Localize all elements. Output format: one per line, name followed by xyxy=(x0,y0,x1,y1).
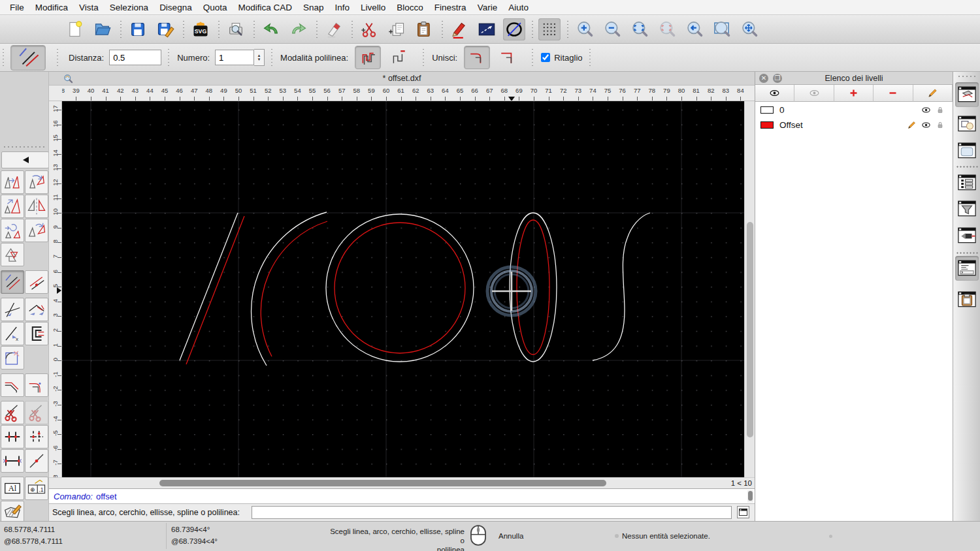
document-tab-bar[interactable]: * offset.dxf xyxy=(49,72,755,86)
redo-button[interactable] xyxy=(287,18,310,40)
zoom-in-button[interactable] xyxy=(574,18,596,40)
clip-gap-tool[interactable] xyxy=(25,322,48,345)
distance-input[interactable] xyxy=(109,50,161,65)
cut-button[interactable] xyxy=(358,18,380,40)
menu-info[interactable]: Info xyxy=(331,3,357,12)
menu-aiuto[interactable]: Aiuto xyxy=(504,3,536,12)
menu-disegna[interactable]: Disegna xyxy=(155,3,199,12)
command-input[interactable] xyxy=(252,506,732,519)
move-rotate-tool[interactable] xyxy=(1,219,24,242)
panel-clipboard-toggle[interactable] xyxy=(955,287,979,312)
polyline-mode-all-button[interactable] xyxy=(355,46,381,69)
lengthen-tool[interactable]: x xyxy=(1,322,24,345)
zoom-out-button[interactable] xyxy=(601,18,623,40)
menu-seleziona[interactable]: Seleziona xyxy=(106,3,155,12)
layer-row[interactable]: Offset xyxy=(755,119,953,132)
scale-tool[interactable] xyxy=(1,195,24,218)
menu-blocco[interactable]: Blocco xyxy=(393,3,431,12)
layer-color-swatch[interactable] xyxy=(760,106,774,114)
grid-toggle-button[interactable] xyxy=(538,18,561,40)
stepper-down-icon[interactable]: ▼ xyxy=(257,57,261,61)
break-segments-tool[interactable] xyxy=(25,425,48,449)
panel-layer-list-toggle[interactable] xyxy=(955,82,979,107)
divide-2-tool[interactable] xyxy=(25,401,48,424)
mirror-tool[interactable] xyxy=(25,195,48,218)
divide-tool[interactable] xyxy=(1,401,24,424)
polyline-mode-single-button[interactable] xyxy=(385,46,412,69)
draw-settings-button[interactable] xyxy=(448,18,470,40)
vertical-scrollbar[interactable] xyxy=(744,101,755,477)
trim-tool[interactable] xyxy=(1,298,24,321)
trim-both-tool[interactable] xyxy=(25,298,48,321)
edit-dimension-tool[interactable]: ⊕.1 xyxy=(25,477,48,500)
clip-checkbox[interactable] xyxy=(541,53,550,62)
lock-icon[interactable] xyxy=(936,105,945,115)
ellipse-slash-button[interactable] xyxy=(503,18,525,40)
join-round-button[interactable] xyxy=(464,46,490,69)
break-points-tool[interactable] xyxy=(1,425,24,449)
number-stepper[interactable]: ▲▼ xyxy=(254,49,265,66)
undo-button[interactable] xyxy=(260,18,282,40)
show-all-layers-button[interactable] xyxy=(755,85,794,102)
open-file-button[interactable] xyxy=(91,18,114,40)
copy-button[interactable] xyxy=(385,18,408,40)
edit-text-tool[interactable]: Al xyxy=(1,477,24,500)
add-layer-button[interactable] xyxy=(834,85,874,102)
lock-icon[interactable] xyxy=(936,120,945,130)
rotate-tool[interactable] xyxy=(25,170,48,194)
print-preview-button[interactable] xyxy=(225,18,247,40)
panel-property-editor-toggle[interactable] xyxy=(955,170,979,195)
move-tool[interactable] xyxy=(1,170,24,194)
rotate-two-tool[interactable] xyxy=(25,219,48,242)
delete-entities-button[interactable] xyxy=(323,18,345,40)
measure-button[interactable] xyxy=(476,18,498,40)
scrollbar-thumb[interactable] xyxy=(748,491,753,501)
svg-export-button[interactable]: SVG xyxy=(189,18,212,40)
menu-finestra[interactable]: Finestra xyxy=(431,3,474,12)
menu-quota[interactable]: Quota xyxy=(199,3,235,12)
paste-button[interactable] xyxy=(413,18,435,40)
pencil-icon[interactable] xyxy=(907,120,917,130)
horizontal-scrollbar[interactable]: 1 < 10 xyxy=(49,477,755,488)
menu-file[interactable]: File xyxy=(6,3,31,12)
previous-view-button[interactable] xyxy=(683,18,706,40)
edit-hatch-tool[interactable] xyxy=(1,501,24,521)
eye-icon[interactable] xyxy=(921,120,932,130)
panel-command-line-toggle[interactable] xyxy=(955,256,979,281)
number-input[interactable] xyxy=(215,50,254,65)
new-file-button[interactable] xyxy=(64,18,86,40)
history-scrollbar[interactable] xyxy=(747,490,753,503)
command-window-button[interactable] xyxy=(737,506,749,518)
scrollbar-thumb[interactable] xyxy=(747,222,753,437)
edit-layer-button[interactable] xyxy=(913,85,953,102)
panel-block-list-toggle[interactable] xyxy=(955,112,979,136)
layer-row[interactable]: 0 xyxy=(755,104,953,117)
save-as-button[interactable] xyxy=(154,18,176,40)
pan-button[interactable] xyxy=(738,18,760,40)
drawing-canvas[interactable] xyxy=(62,101,744,477)
zoom-window-button[interactable] xyxy=(711,18,733,40)
save-button[interactable] xyxy=(127,18,149,40)
layer-color-swatch[interactable] xyxy=(760,121,774,129)
offset-seg-tool[interactable] xyxy=(25,270,48,294)
reverse-tool[interactable] xyxy=(1,243,24,266)
panel-selection-filter-toggle[interactable] xyxy=(955,197,979,221)
remove-layer-button[interactable] xyxy=(874,85,913,102)
menu-varie[interactable]: Varie xyxy=(474,3,505,12)
bevel-tool[interactable] xyxy=(1,373,24,397)
zoom-selection-button[interactable] xyxy=(656,18,678,40)
panel-pen-settings-toggle[interactable] xyxy=(955,223,979,248)
hide-all-layers-button[interactable] xyxy=(794,85,834,102)
menu-modifica[interactable]: Modifica xyxy=(31,3,75,12)
menu-vista[interactable]: Vista xyxy=(75,3,106,12)
scrollbar-thumb[interactable] xyxy=(159,480,606,486)
panel-library-toggle[interactable] xyxy=(955,138,979,163)
stretch-tool[interactable] xyxy=(1,449,24,473)
menu-modifica-cad[interactable]: Modifica CAD xyxy=(234,3,299,12)
join-sharp-button[interactable] xyxy=(495,46,521,69)
back-button[interactable] xyxy=(1,151,49,168)
offset-tool-button[interactable] xyxy=(10,45,46,71)
auto-zoom-button[interactable] xyxy=(629,18,651,40)
split-tool[interactable] xyxy=(25,449,48,473)
menu-livello[interactable]: Livello xyxy=(357,3,393,12)
